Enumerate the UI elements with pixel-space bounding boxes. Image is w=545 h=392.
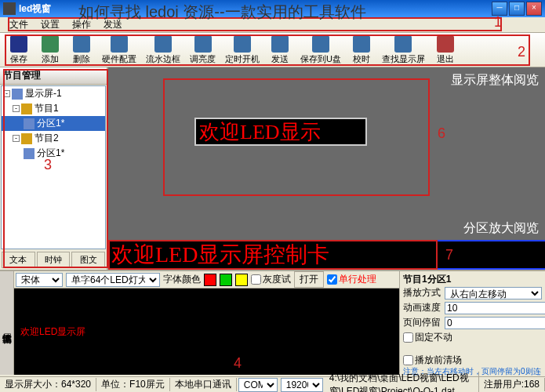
sb-path: 4:\我的文档\桌面\LED视窗\LED视窗\LED视窗\Project\O-O… bbox=[325, 372, 479, 393]
发送-icon bbox=[271, 35, 289, 53]
program-tree[interactable]: -显示屏-1-节目1分区1*-节目2分区1* bbox=[1, 85, 106, 249]
tree-item-icon bbox=[24, 118, 35, 129]
tool-硬件配置[interactable]: 硬件配置 bbox=[97, 34, 141, 67]
clear-check[interactable]: 播放前清场 bbox=[403, 354, 542, 367]
gray-check[interactable]: 灰度试 bbox=[251, 273, 291, 286]
tree-item-icon bbox=[24, 148, 35, 159]
tree-toggle-icon[interactable]: - bbox=[13, 135, 20, 142]
preview-label-bottom: 分区放大阅览 bbox=[463, 220, 539, 237]
editor-toolbar: 宋体 单字64个LED灯大小 字体颜色 灰度试 打开 单行处理 bbox=[14, 271, 399, 289]
删除-icon bbox=[73, 35, 90, 53]
overlay-title: 如何寻找 ledoi 资源--一款实用的工具软件 bbox=[78, 2, 366, 23]
editor-preview[interactable]: 欢迎LED显示屏 4 bbox=[14, 289, 399, 375]
定时开机-icon bbox=[234, 35, 251, 53]
menu-settings[interactable]: 设置 bbox=[35, 16, 66, 33]
btn-clock[interactable]: 时钟 bbox=[37, 252, 71, 268]
minimize-button[interactable]: ─ bbox=[492, 2, 507, 16]
sb-screen-size: 显示屏大小：64*320 bbox=[0, 378, 96, 391]
tree-node[interactable]: -显示屏-1 bbox=[2, 86, 105, 101]
添加-icon bbox=[42, 35, 59, 53]
tree-node[interactable]: -节目1 bbox=[2, 101, 105, 116]
screen-preview-whole: 欢迎LED显示 bbox=[194, 118, 367, 146]
color-red[interactable] bbox=[204, 274, 216, 286]
preview-label-top: 显示屏整体阅览 bbox=[451, 72, 539, 89]
sb-unit: 单位：F10屏元 bbox=[96, 378, 170, 391]
anim-speed-input[interactable] bbox=[445, 302, 545, 314]
tree-item-icon bbox=[21, 103, 32, 114]
tool-保存[interactable]: 保存 bbox=[3, 34, 35, 67]
tool-定时开机[interactable]: 定时开机 bbox=[220, 34, 264, 67]
btn-text[interactable]: 文本 bbox=[2, 252, 35, 268]
anim-speed-label: 动画速度 bbox=[403, 301, 442, 314]
play-mode-select[interactable]: 从右向左移动 bbox=[445, 287, 542, 299]
com-select[interactable]: COM1 bbox=[238, 378, 278, 392]
tree-node[interactable]: -节目2 bbox=[2, 131, 105, 146]
保存到U盘-icon bbox=[312, 35, 329, 53]
page-wait-input[interactable] bbox=[445, 317, 545, 329]
app-icon bbox=[3, 2, 16, 15]
tool-查找显示屏[interactable]: 查找显示屏 bbox=[377, 34, 430, 67]
preview-area: 显示屏整体阅览 6 欢迎LED显示 分区放大阅览 7 欢迎LED显示屏控制卡 bbox=[108, 67, 545, 270]
调亮度-icon bbox=[194, 35, 212, 53]
btn-image-text[interactable]: 图文 bbox=[71, 252, 105, 268]
tool-退出[interactable]: 退出 bbox=[430, 34, 461, 67]
tool-调亮度[interactable]: 调亮度 bbox=[185, 34, 220, 67]
size-select[interactable]: 单字64个LED灯大小 bbox=[66, 273, 160, 287]
baud-select[interactable]: 19200 bbox=[281, 378, 323, 392]
toolbar: 保存添加删除硬件配置流水边框调亮度定时开机发送保存到U盘校时查找显示屏退出 bbox=[0, 33, 545, 67]
color-label: 字体颜色 bbox=[163, 273, 201, 286]
tool-流水边框[interactable]: 流水边框 bbox=[141, 34, 185, 67]
校时-icon bbox=[353, 35, 370, 53]
rp-title: 节目1分区1 bbox=[403, 273, 542, 286]
流水边框-icon bbox=[154, 35, 172, 53]
properties-panel: 节目1分区1 播放方式从右向左移动 动画速度 页间停留 固定不动 播放前清场 注… bbox=[399, 271, 545, 375]
side-panel: 节目管理 -显示屏-1-节目1分区1*-节目2分区1* 文本 时钟 图文 bbox=[0, 67, 108, 270]
menu-file[interactable]: 文件 bbox=[3, 16, 35, 33]
annotation-4: 4 bbox=[234, 355, 242, 372]
查找显示屏-icon bbox=[394, 35, 412, 53]
color-green[interactable] bbox=[220, 274, 232, 286]
fixed-check[interactable]: 固定不动 bbox=[403, 331, 542, 344]
side-panel-header: 节目管理 bbox=[0, 67, 107, 85]
font-select[interactable]: 宋体 bbox=[16, 273, 63, 287]
maximize-button[interactable]: □ bbox=[509, 2, 525, 16]
annotation-6: 6 bbox=[438, 125, 445, 142]
tool-校时[interactable]: 校时 bbox=[346, 34, 377, 67]
play-mode-label: 播放方式 bbox=[403, 286, 442, 299]
color-yellow[interactable] bbox=[235, 274, 248, 286]
tree-toggle-icon[interactable]: - bbox=[13, 105, 20, 112]
tree-item-icon bbox=[21, 133, 32, 144]
open-button[interactable]: 打开 bbox=[294, 271, 324, 288]
close-button[interactable]: × bbox=[526, 2, 542, 16]
property-panel-label: 属性编辑窗体 bbox=[0, 271, 14, 375]
screen-preview-zoom: 欢迎LED显示屏控制卡 bbox=[108, 240, 545, 270]
sb-serial: 本地串口通讯 bbox=[170, 378, 237, 391]
硬件配置-icon bbox=[111, 35, 128, 53]
tree-toggle-icon[interactable]: - bbox=[3, 90, 10, 97]
tool-发送[interactable]: 发送 bbox=[264, 34, 296, 67]
statusbar: 显示屏大小：64*320 单位：F10屏元 本地串口通讯 COM1 19200 … bbox=[0, 376, 545, 392]
page-wait-label: 页间停留 bbox=[403, 316, 442, 329]
tool-添加[interactable]: 添加 bbox=[35, 34, 66, 67]
tree-node[interactable]: 分区1* bbox=[2, 116, 105, 131]
保存-icon bbox=[10, 35, 27, 53]
tool-保存到U盘[interactable]: 保存到U盘 bbox=[296, 34, 346, 67]
single-line-check[interactable]: 单行处理 bbox=[327, 273, 376, 286]
退出-icon bbox=[437, 35, 454, 53]
tool-删除[interactable]: 删除 bbox=[66, 34, 97, 67]
tree-node[interactable]: 分区1* bbox=[2, 146, 105, 161]
sb-user: 注册用户:168 bbox=[479, 378, 545, 391]
tree-item-icon bbox=[12, 89, 23, 100]
